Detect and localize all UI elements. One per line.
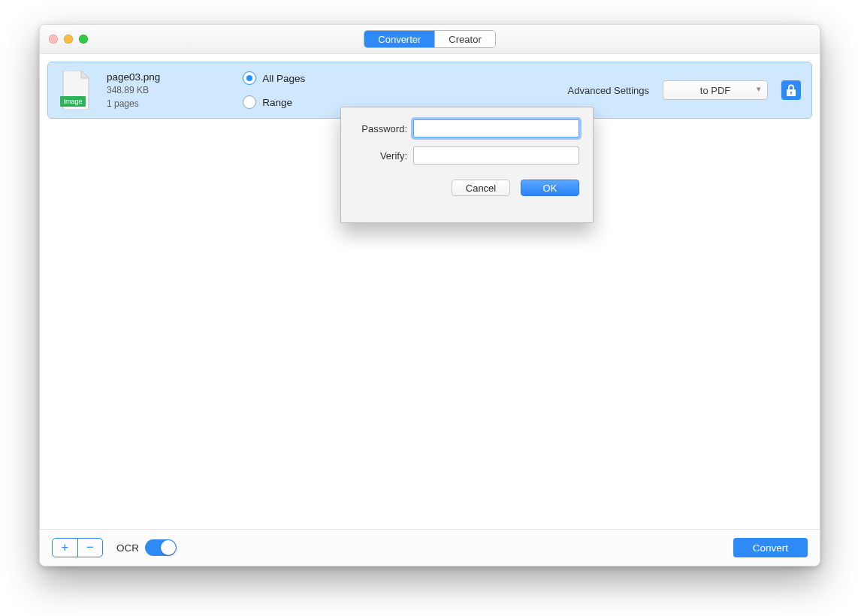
app-window: Converter Creator Image page03.png xyxy=(39,24,820,566)
mode-segmented-control: Converter Creator xyxy=(364,30,495,48)
output-format-value: to PDF xyxy=(700,85,730,96)
verify-input[interactable] xyxy=(413,146,579,165)
file-name: page03.png xyxy=(107,70,160,85)
password-dialog: Password: Verify: Cancel OK xyxy=(340,107,594,223)
password-row: Password: xyxy=(355,119,579,137)
radio-all-pages-label: All Pages xyxy=(262,73,305,84)
password-label: Password: xyxy=(355,123,407,134)
file-row-right: Advanced Settings to PDF ▾ xyxy=(568,80,811,100)
add-remove-control: + − xyxy=(52,538,103,557)
page-range-group: All Pages Range xyxy=(243,71,305,109)
verify-label: Verify: xyxy=(355,150,407,162)
password-input[interactable] xyxy=(413,119,579,137)
radio-range[interactable]: Range xyxy=(243,95,305,109)
radio-dot-icon xyxy=(243,71,256,85)
content-area: Image page03.png 348.89 KB 1 pages All P… xyxy=(40,54,820,529)
titlebar: Converter Creator xyxy=(40,25,820,54)
file-pages: 1 pages xyxy=(107,98,160,110)
cancel-button[interactable]: Cancel xyxy=(452,180,510,196)
minus-icon: − xyxy=(86,540,94,555)
tab-creator[interactable]: Creator xyxy=(434,31,494,47)
lock-icon xyxy=(786,84,796,96)
file-thumbnail: Image xyxy=(60,71,92,110)
ocr-control: OCR xyxy=(116,539,177,556)
ocr-toggle[interactable] xyxy=(145,539,177,556)
plus-icon: + xyxy=(61,540,68,555)
radio-dot-icon xyxy=(243,95,256,109)
advanced-settings-link[interactable]: Advanced Settings xyxy=(568,85,649,96)
remove-file-button[interactable]: − xyxy=(78,539,103,557)
ok-button[interactable]: OK xyxy=(521,180,579,196)
verify-row: Verify: xyxy=(355,146,579,165)
radio-all-pages[interactable]: All Pages xyxy=(243,71,305,85)
ocr-label: OCR xyxy=(116,542,139,554)
chevron-down-icon: ▾ xyxy=(757,84,761,94)
svg-text:Image: Image xyxy=(63,98,82,105)
add-file-button[interactable]: + xyxy=(53,539,77,557)
bottom-toolbar: + − OCR Convert xyxy=(40,529,820,566)
file-meta: page03.png 348.89 KB 1 pages xyxy=(107,70,160,110)
tab-converter[interactable]: Converter xyxy=(364,31,434,47)
dialog-buttons: Cancel OK xyxy=(341,174,593,196)
radio-range-label: Range xyxy=(262,97,292,108)
file-icon: Image xyxy=(60,71,92,110)
convert-button[interactable]: Convert xyxy=(733,538,808,557)
output-format-select[interactable]: to PDF ▾ xyxy=(663,80,768,100)
file-size: 348.89 KB xyxy=(107,84,160,97)
password-lock-button[interactable] xyxy=(781,80,801,100)
toggle-knob xyxy=(161,540,176,555)
